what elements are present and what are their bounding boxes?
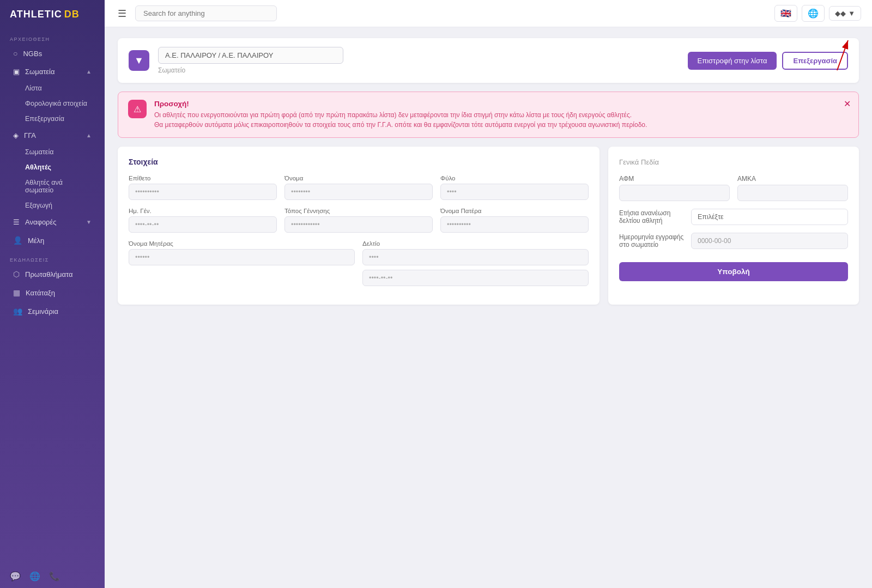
onoma-miteras-label: Όνομα Μητέρας [129, 240, 355, 247]
chevron-down-icon: ▼ [86, 219, 92, 225]
warning-icon: ⚠ [134, 104, 141, 114]
seminaria-icon: 👥 [13, 307, 22, 316]
sidebar-sub-lista[interactable]: Λίστα [3, 81, 101, 95]
warning-close-button[interactable]: ✕ [844, 99, 851, 109]
top-section: ▼ Α.Ε. ΠΑΛΑΙΡΟΥ / Α.Ε. ΠΑΛΑΙΡΟΥ Σωματείο… [118, 38, 859, 83]
sidebar-item-meli[interactable]: 👤 Μέλη [3, 232, 101, 249]
sidebar-sub-athlites[interactable]: Αθλητές [3, 160, 101, 174]
onoma-label: Όνομα [284, 175, 433, 181]
fylo-group: Φύλο •••• [440, 175, 589, 200]
topos-input[interactable] [284, 216, 433, 233]
sidebar-item-ngbs[interactable]: ○ NGBs [3, 45, 101, 62]
trophy-icon: ⬡ [13, 270, 20, 278]
globe-icon[interactable]: 🌐 [29, 571, 40, 581]
afm-amka-row: ΑΦΜ ΑΜΚΑ [619, 175, 848, 201]
topbar: ☰ 🇬🇧 🌐 ◆◆ ▼ [105, 0, 872, 27]
sidebar-item-protathlimata[interactable]: ⬡ Πρωταθλήματα [3, 265, 101, 283]
topbar-left: ☰ [116, 5, 277, 22]
sidebar-item-somateia[interactable]: ▣ Σωματεία ▲ [3, 63, 101, 80]
section-label-ekdilosis: ΕΚΔΗΛΩΣΕΙΣ [0, 250, 105, 265]
sidebar-item-katataxi[interactable]: ▦ Κατάταξη [3, 284, 101, 301]
onoma-patera-input[interactable] [440, 216, 589, 233]
somateia-select[interactable]: Α.Ε. ΠΑΛΑΙΡΟΥ / Α.Ε. ΠΑΛΑΙΡΟΥ [158, 47, 343, 64]
chart-icon: ▦ [13, 288, 20, 297]
meli-icon: 👤 [13, 236, 22, 245]
deltio-input[interactable] [362, 249, 589, 265]
dropdown-icon: ▼ [848, 9, 855, 17]
section-label-archeiothesi: ΑΡΧΕΙΟΘΕΣΗ [0, 29, 105, 44]
circle-icon: ○ [13, 49, 17, 58]
epitheto-group: Επίθετο [129, 175, 277, 200]
chat-icon[interactable]: 💬 [10, 571, 21, 581]
chevron-up-icon: ▲ [86, 132, 92, 138]
filter-card: ▼ Α.Ε. ΠΑΛΑΙΡΟΥ / Α.Ε. ΠΑΛΑΙΡΟΥ Σωματείο… [118, 38, 859, 83]
stoixeia-title: Στοιχεία [129, 157, 589, 166]
etisia-select[interactable]: Επιλέξτε [691, 209, 848, 225]
user-menu-button[interactable]: ◆◆ ▼ [829, 6, 861, 21]
app-logo: ATHLETICDB [0, 0, 105, 29]
sidebar-item-label: Κατάταξη [26, 289, 55, 297]
globe-button[interactable]: 🌐 [802, 5, 825, 22]
fylo-label: Φύλο [440, 175, 589, 181]
sidebar-item-gga[interactable]: ◈ ΓΓΑ ▲ [3, 127, 101, 144]
hmerominia-input[interactable] [691, 233, 848, 249]
topos-group: Τόπος Γέννησης [284, 208, 433, 233]
language-button[interactable]: 🇬🇧 [774, 5, 797, 22]
sidebar-sub-athlites-somateiou[interactable]: Αθλητές ανά σωματείο [3, 175, 101, 197]
form-row-1: Επίθετο Όνομα Φύλο •••• [129, 175, 589, 200]
top-card-buttons: Επιστροφή στην λίστα Επεξεργασία [688, 52, 848, 70]
sidebar-item-seminaria[interactable]: 👥 Σεμινάρια [3, 302, 101, 320]
sidebar-item-label: Μέλη [28, 237, 44, 245]
epitheto-input[interactable] [129, 184, 277, 200]
logo-text: ATHLETIC [10, 9, 62, 20]
afm-input[interactable] [619, 185, 730, 201]
diamond-icon: ◆◆ [835, 9, 846, 17]
search-input[interactable] [135, 5, 277, 21]
two-col-layout: Στοιχεία Επίθετο Όνομα Φύλο •••• [118, 147, 859, 305]
sidebar-item-anaforers[interactable]: ☰ Αναφορές ▼ [3, 214, 101, 231]
onoma-patera-group: Όνομα Πατέρα [440, 208, 589, 233]
hm-gen-input[interactable] [129, 216, 277, 233]
afm-label: ΑΦΜ [619, 175, 730, 183]
hmerominia-label: Ημερομηνία εγγραφής στο σωματείο [619, 233, 685, 248]
sidebar-sub-epexergasia[interactable]: Επεξεργασία [3, 112, 101, 126]
logo-highlight: DB [64, 9, 80, 20]
onoma-miteras-input[interactable] [129, 249, 355, 265]
fylo-select[interactable]: •••• [440, 184, 589, 200]
filter-icon-wrap: ▼ [129, 50, 149, 71]
form-row-2: Ημ. Γέν. Τόπος Γέννησης Όνομα Πατέρα [129, 208, 589, 233]
gga-icon: ◈ [13, 131, 19, 140]
warning-text-line1: Οι αθλητές που ενεργοποιούνται για πρώτη… [154, 110, 647, 120]
sidebar-item-label: NGBs [23, 50, 42, 58]
etisia-select-wrapper: Επιλέξτε [691, 209, 848, 225]
warning-banner: ⚠ Προσοχή! Οι αθλητές που ενεργοποιούντα… [118, 92, 859, 138]
somateia-icon: ▣ [13, 68, 20, 76]
sidebar-sub-gga-somateia[interactable]: Σωματεία [3, 145, 101, 159]
etisia-row: Ετήσια ανανέωση δελτίου αθλητή Επιλέξτε [619, 209, 848, 225]
hm-gen-group: Ημ. Γέν. [129, 208, 277, 233]
filter-icon: ▼ [134, 55, 144, 66]
amka-group: ΑΜΚΑ [737, 175, 848, 201]
flag-icon: 🇬🇧 [780, 8, 791, 19]
edit-button[interactable]: Επεξεργασία [782, 52, 848, 70]
onoma-input[interactable] [284, 184, 433, 200]
anaforers-icon: ☰ [13, 218, 20, 226]
menu-button[interactable]: ☰ [116, 5, 129, 22]
back-to-list-button[interactable]: Επιστροφή στην λίστα [688, 52, 777, 70]
sidebar-sub-exagogi[interactable]: Εξαγωγή [3, 198, 101, 213]
deltio-date-input[interactable] [362, 270, 589, 286]
sidebar-sub-forologika[interactable]: Φορολογικά στοιχεία [3, 96, 101, 111]
deltio-group: Δελτίο [362, 240, 589, 286]
warning-icon-wrap: ⚠ [128, 100, 147, 118]
sidebar-item-label: Αναφορές [25, 218, 57, 226]
form-row-3: Όνομα Μητέρας Δελτίο [129, 240, 589, 286]
amka-input[interactable] [737, 185, 848, 201]
onoma-patera-label: Όνομα Πατέρα [440, 208, 589, 214]
epitheto-label: Επίθετο [129, 175, 277, 181]
main-content: ☰ 🇬🇧 🌐 ◆◆ ▼ ▼ [105, 0, 872, 588]
submit-button[interactable]: Υποβολή [619, 262, 848, 281]
amka-label: ΑΜΚΑ [737, 175, 848, 183]
phone-icon[interactable]: 📞 [49, 571, 60, 581]
topbar-right: 🇬🇧 🌐 ◆◆ ▼ [774, 5, 861, 22]
filter-sublabel: Σωματείο [158, 66, 679, 74]
